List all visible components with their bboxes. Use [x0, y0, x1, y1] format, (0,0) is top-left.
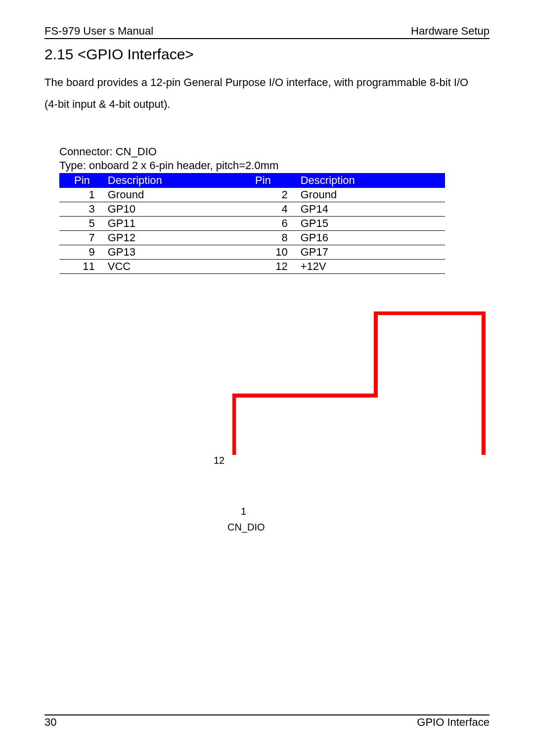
- cell: 12: [252, 260, 298, 274]
- cell: GP15: [298, 217, 445, 231]
- th-desc-left: Description: [105, 173, 252, 188]
- pin-table: Pin Description Pin Description 1 Ground…: [59, 173, 445, 274]
- cell: 5: [59, 217, 105, 231]
- diagram-pin-1-label: 1: [241, 506, 246, 517]
- th-pin-left: Pin: [59, 173, 105, 188]
- board-outline-path: [234, 313, 484, 455]
- cell: 9: [59, 245, 105, 260]
- connector-line-2: Type: onboard 2 x 6-pin header, pitch=2.…: [59, 159, 490, 173]
- th-desc-right: Description: [298, 173, 445, 188]
- board-outline-diagram: [232, 311, 490, 569]
- header-left: FS-979 User s Manual: [44, 25, 153, 38]
- cell: +12V: [298, 260, 445, 274]
- page-header: FS-979 User s Manual Hardware Setup: [44, 25, 490, 39]
- body-line-1: The board provides a 12-pin General Purp…: [44, 72, 490, 93]
- cell: 1: [59, 188, 105, 202]
- diagram-pin-12-label: 12: [214, 455, 224, 466]
- connector-info: Connector: CN_DIO Type: onboard 2 x 6-pi…: [59, 145, 490, 172]
- cell: 10: [252, 245, 298, 260]
- cell: GP17: [298, 245, 445, 260]
- cell: GP13: [105, 245, 252, 260]
- th-pin-right: Pin: [252, 173, 298, 188]
- cell: 2: [252, 188, 298, 202]
- footer-section-name: GPIO Interface: [417, 716, 490, 729]
- cell: GP16: [298, 231, 445, 245]
- section-title: 2.15 <GPIO Interface>: [44, 46, 490, 63]
- cell: 6: [252, 217, 298, 231]
- table-row: 1 Ground 2 Ground: [59, 188, 445, 202]
- connector-line-1: Connector: CN_DIO: [59, 145, 490, 159]
- cell: 11: [59, 260, 105, 274]
- page-number: 30: [44, 716, 56, 729]
- cell: Ground: [298, 188, 445, 202]
- header-right: Hardware Setup: [411, 25, 490, 38]
- table-row: 7 GP12 8 GP16: [59, 231, 445, 245]
- table-row: 11 VCC 12 +12V: [59, 260, 445, 274]
- table-row: 5 GP11 6 GP15: [59, 217, 445, 231]
- table-row: 9 GP13 10 GP17: [59, 245, 445, 260]
- cell: VCC: [105, 260, 252, 274]
- cell: GP14: [298, 202, 445, 217]
- diagram-connector-label: CN_DIO: [227, 522, 265, 533]
- cell: Ground: [105, 188, 252, 202]
- table-row: 3 GP10 4 GP14: [59, 202, 445, 217]
- cell: GP10: [105, 202, 252, 217]
- page-footer: 30 GPIO Interface: [44, 714, 490, 729]
- cell: 8: [252, 231, 298, 245]
- body-line-2: (4-bit input & 4-bit output).: [44, 93, 490, 115]
- table-header-row: Pin Description Pin Description: [59, 173, 445, 188]
- cell: 3: [59, 202, 105, 217]
- cell: GP12: [105, 231, 252, 245]
- cell: 7: [59, 231, 105, 245]
- cell: 4: [252, 202, 298, 217]
- cell: GP11: [105, 217, 252, 231]
- document-page: FS-979 User s Manual Hardware Setup 2.15…: [0, 0, 534, 756]
